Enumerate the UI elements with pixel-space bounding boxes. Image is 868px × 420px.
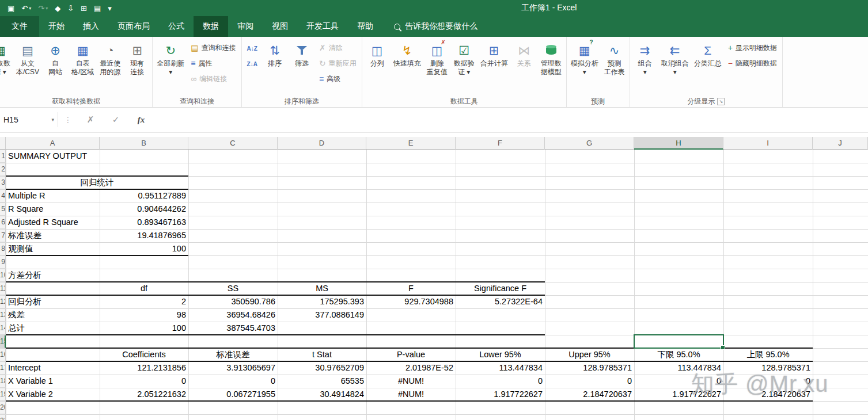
cell-F17[interactable]: 113.447834	[456, 361, 545, 375]
cell-A19[interactable]: X Variable 2	[6, 388, 100, 401]
column-header-E[interactable]: E	[366, 137, 456, 150]
undo-button[interactable]: ↶▾	[18, 1, 34, 15]
cell-E19[interactable]: #NUM!	[366, 388, 456, 401]
tab-审阅[interactable]: 审阅	[228, 16, 263, 37]
flash-fill-button[interactable]: ↯快速填充	[391, 38, 423, 93]
cell-H16[interactable]: 下限 95.0%	[634, 348, 723, 361]
cell-B4[interactable]: 0.951127889	[100, 189, 188, 203]
cell-B14[interactable]: 100	[100, 322, 188, 335]
sort-button[interactable]: ⇅排序	[261, 38, 288, 93]
row-header-18[interactable]: 18	[0, 375, 6, 388]
ungroup-button[interactable]: ⇇取消组合▾	[659, 38, 691, 93]
cell-D12[interactable]: 175295.393	[278, 295, 366, 308]
tab-视图[interactable]: 视图	[263, 16, 297, 37]
tab-文件[interactable]: 文件	[0, 16, 39, 37]
cell-D11[interactable]: MS	[278, 282, 366, 295]
cell-D17[interactable]: 30.97652709	[278, 361, 366, 375]
customize-toolbar-button[interactable]: ▾	[105, 1, 115, 15]
cell-A1[interactable]: SUMMARY OUTPUT	[6, 150, 188, 163]
refresh-all-button[interactable]: ↻全部刷新▾	[154, 38, 187, 93]
active-cell-selection[interactable]	[634, 334, 724, 349]
column-header-F[interactable]: F	[456, 137, 545, 150]
row-header-4[interactable]: 4	[0, 189, 6, 203]
cell-F12[interactable]: 5.27322E-64	[456, 295, 545, 308]
reapply-filter-button[interactable]: ↻重新应用	[316, 56, 360, 71]
column-header-G[interactable]: G	[545, 137, 634, 150]
cell-A13[interactable]: 残差	[6, 308, 100, 322]
group-button[interactable]: ⇉组合▾	[632, 38, 658, 93]
cell-G17[interactable]: 128.9785371	[545, 361, 634, 375]
row-header-9[interactable]: 9	[0, 255, 6, 269]
cell-F18[interactable]: 0	[456, 375, 545, 388]
column-header-D[interactable]: D	[278, 137, 366, 150]
cell-D18[interactable]: 65535	[278, 375, 366, 388]
cell-A4[interactable]: Multiple R	[6, 189, 100, 203]
dialog-launcher-icon[interactable]: ↘	[717, 98, 725, 105]
row-header-12[interactable]: 12	[0, 295, 6, 308]
data-validation-button[interactable]: ☑数据验证 ▾	[451, 38, 477, 93]
tab-数据[interactable]: 数据	[194, 16, 228, 37]
cell-C18[interactable]: 0	[188, 375, 278, 388]
cell-C13[interactable]: 36954.68426	[188, 308, 278, 322]
select-all-corner[interactable]	[0, 137, 6, 150]
row-header-3[interactable]: 3	[0, 176, 6, 189]
row-header-15[interactable]: 15	[0, 335, 6, 348]
sort-ascending-button[interactable]: A↓Z	[244, 41, 261, 55]
formula-input[interactable]	[154, 111, 868, 128]
row-header-17[interactable]: 17	[0, 361, 6, 375]
tab-开发工具[interactable]: 开发工具	[297, 16, 348, 37]
cell-F11[interactable]: Significance F	[456, 282, 545, 295]
row-header-19[interactable]: 19	[0, 388, 6, 401]
tell-me-search[interactable]: 告诉我你想要做什么	[394, 16, 477, 37]
tab-帮助[interactable]: 帮助	[348, 16, 382, 37]
cell-A5[interactable]: R Square	[6, 203, 100, 216]
cell-A7[interactable]: 标准误差	[6, 229, 100, 242]
consolidate-button[interactable]: ⊞合并计算	[478, 38, 510, 93]
sort-descending-button[interactable]: Z↓A	[244, 56, 261, 71]
cell-B7[interactable]: 19.41876965	[100, 229, 188, 242]
cell-E11[interactable]: F	[366, 282, 456, 295]
what-if-analysis-button[interactable]: ▦?模拟分析▾	[568, 38, 601, 93]
cell-A12[interactable]: 回归分析	[6, 295, 100, 308]
row-header-14[interactable]: 14	[0, 322, 6, 335]
cell-G19[interactable]: 2.184720637	[545, 388, 634, 401]
row-header-2[interactable]: 2	[0, 163, 6, 176]
cell-A8[interactable]: 观测值	[6, 242, 100, 255]
row-header-20[interactable]: 20	[0, 401, 6, 414]
cell-A3[interactable]: 回归统计	[6, 176, 188, 189]
cell-A6[interactable]: Adjusted R Square	[6, 216, 100, 229]
cell-C17[interactable]: 3.913065697	[188, 361, 278, 375]
name-box[interactable]: H15 ▾	[0, 111, 58, 128]
tab-公式[interactable]: 公式	[159, 16, 194, 37]
cell-B8[interactable]: 100	[100, 242, 188, 255]
tab-插入[interactable]: 插入	[74, 16, 108, 37]
relationships-button[interactable]: ⋈关系	[511, 38, 537, 93]
edit-links-button[interactable]: ∞编辑链接	[187, 72, 239, 86]
row-header-8[interactable]: 8	[0, 242, 6, 255]
from-table-range-button[interactable]: ▦自表格/区域	[69, 38, 96, 93]
row-header-7[interactable]: 7	[0, 229, 6, 242]
cell-B5[interactable]: 0.904644262	[100, 203, 188, 216]
clear-filter-button[interactable]: ✗清除	[316, 41, 360, 55]
cell-B16[interactable]: Coefficients	[100, 348, 188, 361]
row-header-16[interactable]: 16	[0, 348, 6, 361]
quick-list-button[interactable]: ▤	[91, 1, 104, 15]
column-header-A[interactable]: A	[6, 137, 100, 150]
column-header-B[interactable]: B	[100, 137, 188, 150]
cell-E12[interactable]: 929.7304988	[366, 295, 456, 308]
cell-A10[interactable]: 方差分析	[6, 269, 100, 282]
cell-D13[interactable]: 377.0886149	[278, 308, 366, 322]
text-to-columns-button[interactable]: ◫分列	[364, 38, 391, 93]
recent-sources-button[interactable]: ◔最近使用的源	[97, 38, 123, 93]
subtotal-button[interactable]: Σ分类汇总	[692, 38, 724, 93]
cell-A17[interactable]: Intercept	[6, 361, 100, 375]
insert-function-button[interactable]: fx	[128, 115, 154, 125]
quick-sort-button[interactable]: ⇩	[65, 1, 77, 15]
tab-页面布局[interactable]: 页面布局	[108, 16, 159, 37]
advanced-filter-button[interactable]: ≡高级	[316, 72, 360, 86]
tab-开始[interactable]: 开始	[39, 16, 74, 37]
cell-C14[interactable]: 387545.4703	[188, 322, 278, 335]
from-web-button[interactable]: ⊕自网站	[42, 38, 69, 93]
cell-B18[interactable]: 0	[100, 375, 188, 388]
row-header-6[interactable]: 6	[0, 216, 6, 229]
